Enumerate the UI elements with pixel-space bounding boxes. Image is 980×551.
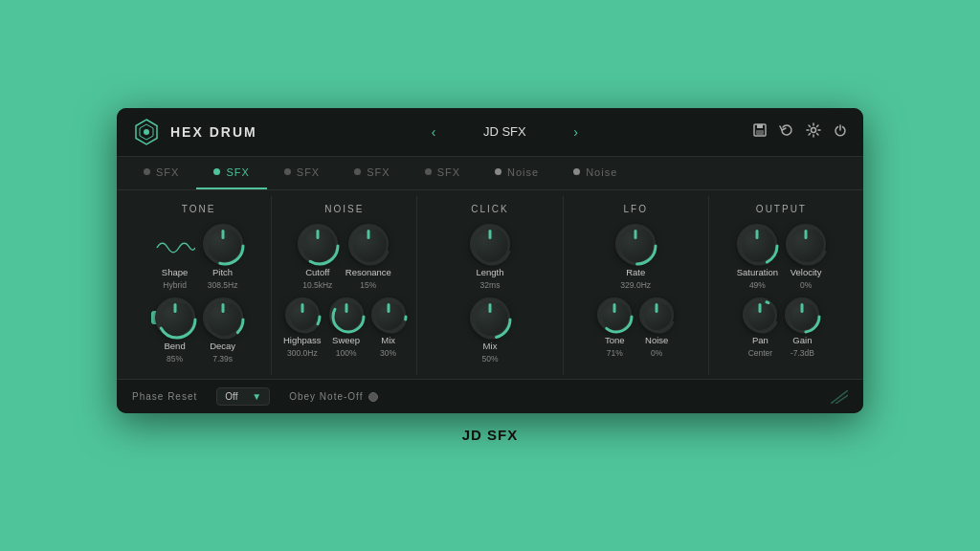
mix-click-value: 50% (481, 354, 498, 364)
tab-sfx-1[interactable]: SFX (126, 157, 196, 189)
svg-point-23 (474, 228, 510, 264)
tab-sfx-2[interactable]: SFX (196, 157, 266, 189)
knob-cutoff-wrap: Cutoff 10.5kHz (298, 224, 338, 290)
gain-knob[interactable] (785, 298, 819, 332)
knob-bend-wrap: B Bend 85% (155, 298, 195, 364)
cutoff-knob[interactable] (298, 224, 338, 264)
plugin-container: HEX DRUM ‹ JD SFX › (117, 108, 863, 414)
bottom-bar: Phase Reset Off ▼ Obey Note-Off (117, 379, 863, 413)
decay-label: Decay (210, 341, 235, 351)
tab-dot-7 (573, 168, 580, 175)
note-off-toggle[interactable] (368, 392, 378, 402)
output-row-1: Saturation 49% Velocity 0% (717, 224, 846, 290)
tab-noise-2[interactable]: Noise (556, 157, 635, 189)
pan-value: Center (748, 348, 773, 358)
tab-noise-1[interactable]: Noise (478, 157, 556, 189)
section-lfo: LFO Rate 329.0Hz (564, 196, 709, 376)
tone-lfo-knob[interactable] (597, 298, 632, 332)
note-off-wrap: Obey Note-Off (289, 391, 378, 402)
saturation-label: Saturation (737, 267, 778, 277)
cutoff-label: Cutoff (305, 267, 329, 277)
knob-resonance-wrap: Resonance 15% (345, 224, 391, 290)
svg-point-2 (144, 129, 149, 135)
note-off-label: Obey Note-Off (289, 391, 363, 402)
lfo-row-1: Rate 329.0Hz (571, 224, 701, 290)
tab-dot-3 (284, 168, 291, 175)
tab-label-1: SFX (156, 166, 179, 178)
shape-value: Hybrid (163, 280, 187, 290)
noise-lfo-knob[interactable] (639, 298, 674, 332)
svg-rect-4 (757, 124, 763, 128)
velocity-knob[interactable] (786, 224, 826, 264)
save-icon[interactable] (752, 122, 768, 141)
section-click: CLICK Length 32ms (417, 196, 563, 376)
rate-label: Rate (626, 267, 645, 277)
tab-label-6: Noise (507, 166, 539, 178)
svg-point-6 (812, 128, 816, 133)
tab-label-5: SFX (437, 166, 460, 178)
mix-noise-knob[interactable] (371, 298, 406, 332)
decay-knob[interactable] (203, 298, 243, 338)
tab-sfx-3[interactable]: SFX (267, 157, 337, 189)
svg-rect-5 (756, 130, 764, 135)
pitch-label: Pitch (212, 267, 233, 277)
bend-label: Bend (165, 341, 186, 351)
phase-reset-label: Phase Reset (132, 391, 197, 402)
svg-point-17 (289, 301, 320, 332)
knob-highpass-wrap: Highpass 300.0Hz (283, 298, 322, 358)
knob-pitch-wrap: Pitch 308.5Hz (203, 224, 243, 290)
noise-row-2: Highpass 300.0Hz Sweep 100% (279, 298, 409, 358)
pan-label: Pan (752, 335, 768, 345)
section-output: OUTPUT Saturation 49% (709, 196, 854, 376)
next-preset-button[interactable]: › (568, 122, 584, 142)
knob-noise-lfo-wrap: Noise 0% (639, 298, 674, 358)
mix-click-knob[interactable] (470, 298, 510, 338)
tab-label-4: SFX (367, 166, 390, 178)
shape-preview[interactable] (155, 231, 195, 264)
rate-knob[interactable] (615, 224, 656, 264)
length-label: Length (476, 267, 503, 277)
length-knob[interactable] (470, 224, 510, 264)
highpass-label: Highpass (283, 335, 322, 345)
mix-noise-value: 30% (380, 348, 396, 358)
hex-logo (132, 118, 161, 146)
header-center: ‹ JD SFX › (257, 122, 752, 142)
saturation-knob[interactable] (737, 224, 777, 264)
phase-reset-arrow: ▼ (252, 391, 261, 402)
tab-sfx-4[interactable]: SFX (337, 157, 407, 189)
highpass-knob[interactable] (285, 298, 320, 332)
noise-row-1: Cutoff 10.5kHz Resonance 15% (279, 224, 409, 290)
knob-length-wrap: Length 32ms (470, 224, 510, 290)
pitch-knob[interactable] (203, 224, 243, 264)
knob-sweep-wrap: Sweep 100% (329, 298, 364, 358)
gain-value: -7.3dB (791, 348, 814, 358)
app-title: HEX DRUM (170, 124, 257, 140)
phase-reset-value: Off (225, 391, 248, 402)
prev-preset-button[interactable]: ‹ (426, 122, 442, 142)
tab-dot-1 (144, 168, 150, 175)
gain-label: Gain (792, 335, 812, 345)
phase-reset-select[interactable]: Off ▼ (216, 387, 270, 406)
refresh-icon[interactable] (779, 122, 794, 141)
main-content: TONE Shape Hybrid (117, 190, 863, 380)
mix-noise-label: Mix (381, 335, 395, 345)
svg-point-35 (790, 228, 826, 264)
velocity-label: Velocity (791, 267, 822, 277)
sweep-value: 100% (336, 348, 357, 358)
knob-pan-wrap: Pan Center (743, 298, 777, 358)
sweep-knob[interactable] (329, 298, 364, 332)
click-title: CLICK (425, 204, 554, 214)
pan-knob[interactable] (743, 298, 777, 332)
resonance-value: 15% (360, 280, 376, 290)
knob-saturation-wrap: Saturation 49% (737, 224, 778, 290)
corner-decoration (831, 390, 848, 404)
power-icon[interactable] (833, 122, 848, 141)
output-row-2: Pan Center Gain -7.3dB (717, 298, 846, 358)
section-noise: NOISE Cutoff 10.5kHz (272, 196, 417, 376)
bend-knob[interactable] (155, 298, 195, 338)
svg-point-37 (746, 301, 777, 332)
tab-sfx-5[interactable]: SFX (408, 157, 478, 189)
resonance-knob[interactable] (348, 224, 389, 264)
settings-icon[interactable] (806, 122, 821, 141)
noise-lfo-value: 0% (651, 348, 662, 358)
